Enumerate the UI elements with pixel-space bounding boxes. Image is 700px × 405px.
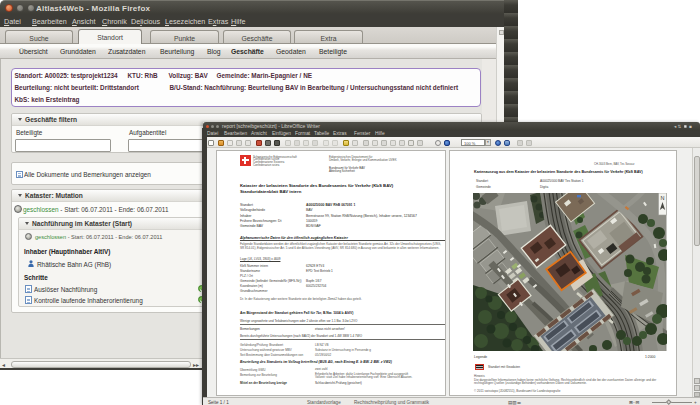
svg-text:N: N bbox=[661, 195, 665, 201]
